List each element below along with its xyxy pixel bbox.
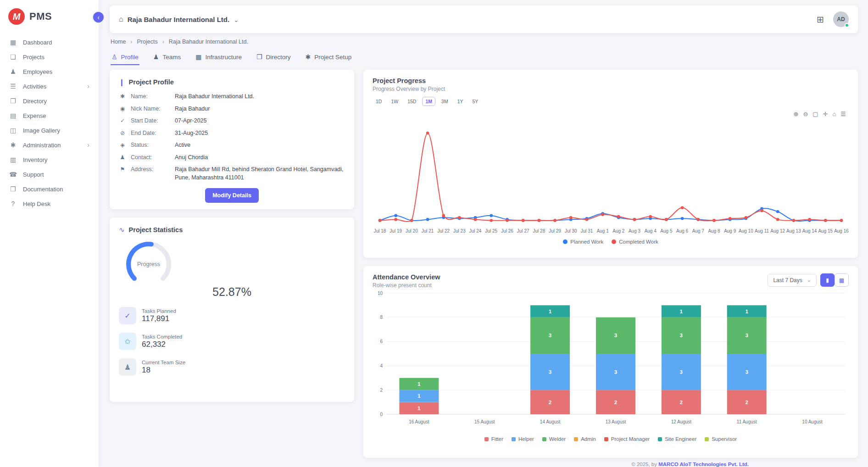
data-point-completed-work[interactable] — [474, 218, 477, 221]
app-logo[interactable]: M PMS — [0, 0, 99, 32]
legend-site-engineer[interactable]: Site Engineer — [658, 436, 696, 442]
data-point-completed-work[interactable] — [792, 219, 796, 222]
data-point-completed-work[interactable] — [506, 219, 509, 222]
sidebar-item-support[interactable]: ☎Support — [0, 167, 99, 182]
data-point-completed-work[interactable] — [665, 218, 668, 221]
sidebar-item-projects[interactable]: ❏Projects — [0, 50, 99, 64]
range-button-5y[interactable]: 5Y — [469, 97, 481, 106]
data-point-completed-work[interactable] — [538, 219, 541, 222]
range-button-1w[interactable]: 1W — [388, 97, 401, 106]
range-button-1d[interactable]: 1D — [373, 97, 385, 106]
range-button-15d[interactable]: 15D — [404, 97, 419, 106]
data-point-completed-work[interactable] — [776, 218, 779, 221]
data-point-completed-work[interactable] — [617, 215, 620, 218]
data-point-completed-work[interactable] — [569, 216, 573, 219]
sidebar-item-activities[interactable]: ☰Activities› — [0, 79, 99, 94]
sidebar-item-inventory[interactable]: ▥Inventory — [0, 152, 99, 167]
company-selector[interactable]: ⌂ Raja Bahadur International Ltd. ⌄ — [119, 15, 239, 23]
data-point-completed-work[interactable] — [553, 219, 556, 222]
project-progress-chart[interactable]: Jul 18Jul 19Jul 20Jul 21Jul 22Jul 23Jul … — [373, 107, 849, 238]
data-point-completed-work[interactable] — [522, 219, 525, 222]
sidebar-item-administration[interactable]: ✱Administration› — [0, 138, 99, 152]
bar-value-label: 3 — [746, 369, 748, 375]
sidebar-collapse-button[interactable]: ‹ — [92, 11, 105, 23]
data-point-completed-work[interactable] — [490, 219, 493, 222]
tab-project-setup[interactable]: ✱Project Setup — [305, 50, 353, 65]
pan-icon[interactable]: ✛ — [823, 111, 828, 117]
data-point-completed-work[interactable] — [378, 219, 382, 222]
data-point-completed-work[interactable] — [585, 218, 589, 221]
zoom-in-icon[interactable]: ⊕ — [793, 111, 798, 117]
data-point-completed-work[interactable] — [394, 218, 397, 221]
sidebar-item-label: Projects — [23, 54, 45, 61]
data-point-completed-work[interactable] — [697, 218, 700, 221]
data-point-planned-work[interactable] — [394, 214, 397, 217]
user-avatar[interactable]: AD — [833, 11, 849, 27]
tab-teams[interactable]: ♟Teams — [152, 50, 182, 65]
data-point-planned-work[interactable] — [776, 210, 779, 213]
data-point-planned-work[interactable] — [426, 218, 429, 221]
range-button-3m[interactable]: 3M — [438, 97, 451, 106]
data-point-completed-work[interactable] — [410, 219, 413, 222]
tab-profile[interactable]: ♙Profile — [111, 50, 139, 65]
data-point-completed-work[interactable] — [760, 209, 763, 212]
tab-directory[interactable]: ❒Directory — [256, 50, 292, 65]
attendance-chart[interactable]: 024681011116 August15 August233114 Augus… — [373, 289, 849, 435]
date-range-select[interactable]: Last 7 Days ⌄ — [768, 274, 817, 287]
legend-helper[interactable]: Helper — [512, 436, 534, 442]
tab-infrastructure[interactable]: ▦Infrastructure — [195, 50, 243, 65]
legend-welder[interactable]: Welder — [542, 436, 566, 442]
data-point-completed-work[interactable] — [745, 216, 748, 219]
bar-value-label: 3 — [614, 369, 617, 375]
data-point-completed-work[interactable] — [840, 219, 843, 222]
data-point-completed-work[interactable] — [426, 132, 429, 135]
chevron-right-icon: › — [87, 141, 89, 149]
sidebar-item-employees[interactable]: ♟Employees — [0, 64, 99, 79]
legend-fitter[interactable]: Fitter — [484, 436, 503, 442]
data-point-completed-work[interactable] — [824, 219, 827, 222]
data-point-completed-work[interactable] — [442, 214, 445, 217]
legend-label: Completed Work — [619, 239, 658, 245]
sidebar-item-directory[interactable]: ❒Directory — [0, 94, 99, 108]
legend-admin[interactable]: Admin — [574, 436, 596, 442]
breadcrumb-item-home[interactable]: Home — [111, 39, 126, 45]
sidebar-item-image-gallery[interactable]: ◫Image Gallery — [0, 123, 99, 138]
modify-details-button[interactable]: Modify Details — [205, 188, 259, 203]
legend-supervisor[interactable]: Supervisor — [705, 436, 737, 442]
data-point-completed-work[interactable] — [601, 213, 604, 216]
company-link[interactable]: MARCO AIoT Technologies Pvt. Ltd. — [658, 461, 749, 467]
legend-project-manager[interactable]: Project Manager — [604, 436, 650, 442]
data-point-completed-work[interactable] — [729, 217, 732, 220]
legend-completed-work[interactable]: Completed Work — [612, 239, 658, 245]
range-button-1y[interactable]: 1Y — [454, 97, 467, 106]
data-point-completed-work[interactable] — [712, 219, 716, 222]
breadcrumb-item-projects[interactable]: Projects — [137, 39, 158, 45]
data-point-completed-work[interactable] — [681, 206, 684, 210]
bar-chart-view-button[interactable]: ▮ — [820, 273, 835, 287]
profile-fields: ✱Name:Raja Bahadur International Ltd.◉Ni… — [119, 93, 345, 182]
data-point-completed-work[interactable] — [649, 215, 652, 218]
apps-grid-icon[interactable]: ⊞ — [817, 14, 824, 25]
reset-home-icon[interactable]: ⌂ — [832, 111, 836, 117]
data-point-completed-work[interactable] — [458, 216, 461, 219]
zoom-out-icon[interactable]: ⊖ — [803, 111, 808, 117]
data-point-planned-work[interactable] — [681, 217, 684, 220]
legend-label: Helper — [518, 436, 534, 442]
table-view-button[interactable]: ▦ — [835, 273, 849, 287]
shield-icon: ◈ — [119, 141, 126, 149]
menu-icon[interactable]: ☰ — [840, 111, 846, 117]
x-axis-label: 16 August — [409, 419, 429, 424]
data-point-completed-work[interactable] — [633, 218, 636, 221]
data-point-planned-work[interactable] — [490, 214, 493, 217]
field-label: Status: — [131, 141, 170, 150]
field-label: Address: — [131, 166, 170, 174]
data-point-completed-work[interactable] — [808, 218, 811, 221]
sidebar-item-documentation[interactable]: ❐Documentation — [0, 182, 99, 196]
teams-icon: ♟ — [153, 53, 159, 61]
sidebar-item-help-desk[interactable]: ?Help Desk — [0, 196, 99, 211]
sidebar-item-expense[interactable]: ▤Expense — [0, 108, 99, 123]
sidebar-item-dashboard[interactable]: ▦Dashboard — [0, 35, 99, 50]
legend-planned-work[interactable]: Planned Work — [563, 239, 603, 245]
zoom-selection-icon[interactable]: ▢ — [812, 111, 818, 117]
range-button-1m[interactable]: 1M — [422, 97, 435, 106]
